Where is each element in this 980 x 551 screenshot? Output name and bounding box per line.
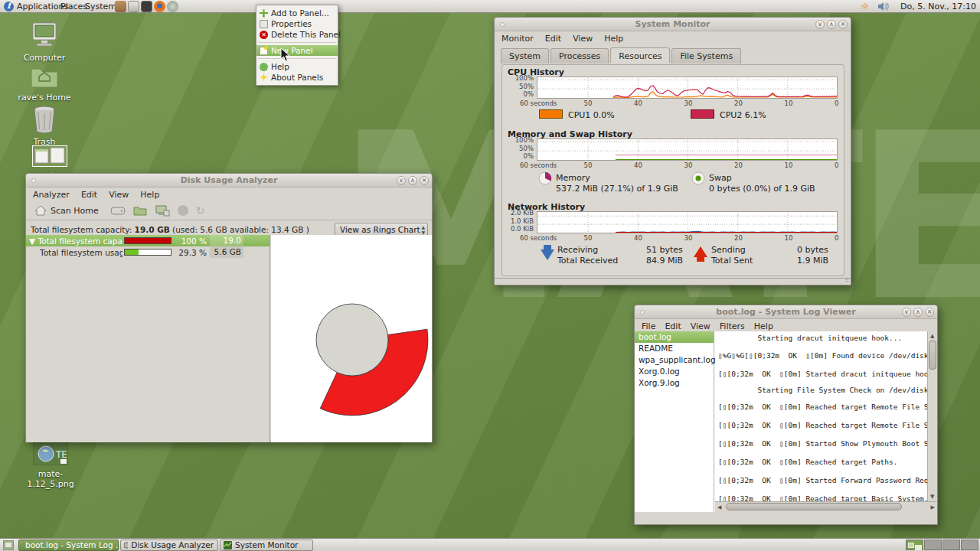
total-received-label: Total Received: [557, 256, 618, 266]
menu-item-delete-this-panel[interactable]: ✕ Delete This Panel: [256, 29, 338, 40]
menu-edit[interactable]: Edit: [545, 34, 561, 44]
log-viewer-body: boot.log README wpa_supplicant.log Xorg.…: [635, 331, 937, 512]
tab-processes[interactable]: Processes: [550, 48, 609, 64]
x-axis-label: 30: [684, 99, 693, 107]
scrollbar-thumb[interactable]: [726, 503, 902, 510]
minimize-button[interactable]: ∨: [397, 176, 406, 185]
show-desktop-icon[interactable]: [3, 540, 14, 550]
workspace-2[interactable]: [924, 540, 942, 550]
menu-places[interactable]: Places: [60, 2, 87, 11]
y-axis-label: 50%: [505, 145, 534, 152]
desktop-icon-computer[interactable]: Computer: [10, 21, 79, 63]
desktop-icon-home[interactable]: rave's Home: [10, 64, 79, 103]
log-file-readme[interactable]: README: [635, 343, 714, 354]
menu-item-new-panel[interactable]: New Panel: [256, 45, 338, 56]
close-button[interactable]: ✕: [838, 20, 848, 29]
workspace-3[interactable]: [942, 540, 960, 550]
minimize-button[interactable]: ∨: [902, 308, 911, 317]
menu-edit[interactable]: Edit: [665, 321, 681, 331]
menu-help[interactable]: Help: [604, 34, 623, 44]
menu-analyzer[interactable]: Analyzer: [33, 190, 70, 200]
system-monitor-titlebar[interactable]: System Monitor ∨ ∧ ✕: [495, 18, 851, 31]
memory-legend-value: 537.2 MiB (27.1%) of 1.9 GiB: [556, 184, 678, 194]
menu-help[interactable]: Help: [754, 321, 773, 331]
menu-system[interactable]: System: [85, 2, 116, 11]
menu-view[interactable]: View: [691, 321, 710, 331]
log-file-xorg9[interactable]: Xorg.9.log: [635, 377, 714, 389]
menu-monitor[interactable]: Monitor: [501, 34, 534, 44]
scan-filesystem-icon[interactable]: [110, 205, 126, 216]
system-monitor-window: System Monitor ∨ ∧ ✕ Monitor Edit View H…: [494, 17, 851, 285]
spinner-arrows-icon: ▲▼: [421, 224, 425, 235]
maximize-button[interactable]: ∧: [408, 176, 417, 185]
files-launcher-icon[interactable]: [128, 1, 139, 12]
menu-item-about-panels[interactable]: About Panels: [256, 72, 338, 83]
fedora-menu-icon[interactable]: f: [4, 2, 14, 11]
cpu1-legend-label: CPU1 0.0%: [568, 110, 615, 120]
minimize-button[interactable]: ∨: [815, 20, 825, 29]
vertical-scrollbar[interactable]: ▲ ▼: [927, 331, 937, 501]
refresh-button-disabled: ↻: [196, 204, 205, 217]
log-line: [▯[0;32m OK ▯[0m] Started dracut initque…: [718, 370, 927, 378]
menu-view[interactable]: View: [109, 190, 129, 200]
add-icon: [260, 9, 268, 18]
log-file-wpa[interactable]: wpa_supplicant.log: [635, 354, 714, 366]
scan-folder-icon[interactable]: [133, 205, 147, 216]
x-axis-label: 30: [684, 234, 693, 242]
workspace-1[interactable]: [906, 540, 923, 550]
menu-filters[interactable]: Filters: [720, 321, 745, 331]
resize-grip[interactable]: ⠿: [844, 277, 849, 284]
menu-edit[interactable]: Edit: [81, 190, 97, 200]
taskbar-button-system-monitor[interactable]: System Monitor: [220, 540, 313, 551]
disk-usage-toolbar: Scan Home ↻: [26, 201, 432, 220]
x-axis-label: 50: [584, 234, 593, 242]
menu-item-help[interactable]: Help: [256, 61, 338, 72]
menu-view[interactable]: View: [573, 34, 593, 44]
firefox-launcher-icon[interactable]: [154, 1, 165, 12]
terminal-launcher-icon[interactable]: [141, 1, 152, 12]
horizontal-scrollbar[interactable]: ◀ ▶: [715, 501, 937, 512]
scan-remote-icon[interactable]: [155, 205, 170, 217]
scrollbar-thumb[interactable]: [929, 341, 936, 370]
memory-legend-label: Memory: [556, 173, 590, 183]
log-viewer-titlebar[interactable]: boot.log - System Log Viewer ∨ ∧ ✕: [635, 305, 937, 319]
menu-help[interactable]: Help: [140, 190, 159, 200]
close-button[interactable]: ✕: [925, 308, 934, 317]
volume-icon[interactable]: [877, 2, 890, 11]
taskbar-button-disk-usage[interactable]: Disk Usage Analyzer: [120, 540, 218, 551]
panel-clock[interactable]: Do, 5. Nov., 17:10: [900, 2, 976, 11]
tab-resources[interactable]: Resources: [610, 47, 670, 63]
desktop-icon-trash[interactable]: Trash: [10, 106, 79, 147]
close-button[interactable]: ✕: [420, 176, 429, 185]
menu-item-add-to-panel[interactable]: Add to Panel...: [256, 8, 338, 18]
log-file-xorg0[interactable]: Xorg.0.log: [635, 366, 714, 377]
taskbar-button-log-viewer[interactable]: boot.log - System Log ...: [18, 540, 119, 551]
scan-home-button[interactable]: Scan Home: [31, 204, 103, 217]
system-monitor-task-icon: [224, 541, 232, 549]
log-content[interactable]: Starting dracut initqueue hook... ▯%G▯%G…: [715, 331, 927, 501]
updates-tray-icon[interactable]: ☼: [861, 1, 870, 12]
table-row-usage[interactable]: Total filesystem usage 29.3 % 5.6 GB: [26, 246, 270, 258]
log-file-bootlog[interactable]: boot.log: [635, 331, 714, 343]
y-axis-label: 0.0 KiB: [505, 225, 534, 233]
tab-file-systems[interactable]: File Systems: [671, 48, 741, 64]
maximize-button[interactable]: ∧: [913, 308, 923, 317]
package-launcher-icon[interactable]: [115, 1, 126, 12]
tab-system[interactable]: System: [501, 48, 549, 64]
maximize-button[interactable]: ∧: [827, 20, 836, 29]
workspace-4[interactable]: [961, 540, 978, 550]
rings-chart[interactable]: [271, 235, 432, 442]
properties-icon: [260, 20, 268, 28]
menu-item-properties[interactable]: Properties: [256, 18, 338, 29]
desktop-icon-png5[interactable]: TE mate-1.12_5.png: [16, 442, 85, 489]
top-panel: f Applications Places System ☼ Do, 5. No…: [0, 0, 980, 13]
table-row-capacity[interactable]: ▼ Total filesystem capacity 100 % 19.0 G…: [26, 235, 270, 246]
y-axis-label: 1.0 KiB: [505, 217, 534, 225]
help-launcher-icon[interactable]: [167, 1, 178, 12]
x-axis-label: 60 seconds: [520, 234, 557, 242]
image-thumbnail-icon: [32, 145, 67, 167]
disk-usage-titlebar[interactable]: Disk Usage Analyzer ∨ ∧ ✕: [26, 174, 432, 187]
image-thumbnail-icon: TE: [33, 442, 68, 465]
menu-file[interactable]: File: [642, 321, 655, 331]
svg-text:TE: TE: [55, 449, 67, 460]
